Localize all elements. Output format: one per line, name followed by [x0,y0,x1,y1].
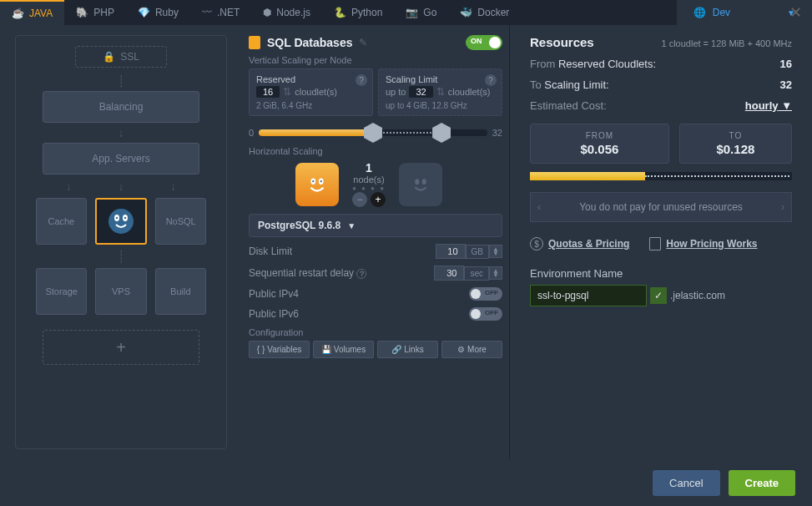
sql-node-selected[interactable] [95,198,148,245]
disk-limit-label: Disk Limit [249,245,436,257]
dollar-icon: $ [530,237,543,250]
cache-node[interactable]: Cache [36,198,87,245]
slider-min: 0 [249,128,254,138]
variables-button[interactable]: { } Variables [249,341,310,358]
edit-icon[interactable]: ✎ [359,37,367,48]
svg-point-8 [320,180,322,182]
ipv6-toggle[interactable]: OFF [469,307,502,321]
hscale-label: Horizontal Scaling [249,146,502,156]
decrease-nodes-button[interactable]: − [352,192,367,207]
env-name-label: Environment Name [530,267,792,280]
tab-net[interactable]: 〰 .NET [190,0,251,25]
restart-delay-input[interactable]: 30 [434,266,464,281]
slider-handle-limit[interactable] [432,123,451,143]
limit-box: ? Scaling Limit up to32⇅cloudlet(s) up t… [378,68,502,116]
language-tabs: ☕ JAVA 🐘 PHP 💎 Ruby 〰 .NET ⬢ Node.js 🐍 P… [0,0,812,25]
topology-panel: 🔒 SSL ┊ Balancing ↓ App. Servers ↓↓↓ Cac… [15,35,227,449]
create-button[interactable]: Create [729,470,795,496]
divider: ┊ [34,74,208,88]
ipv4-label: Public IPv4 [249,288,469,300]
storage-node[interactable]: Storage [36,268,87,315]
tab-java[interactable]: ☕ JAVA [0,0,64,25]
check-icon: ✓ [650,287,667,304]
pricing-works-link[interactable]: How Pricing Works [649,237,757,250]
tab-php[interactable]: 🐘 PHP [64,0,126,25]
config-label: Configuration [249,327,502,337]
to-cloudlets: 32 [780,78,792,91]
tab-python[interactable]: 🐍 Python [322,0,394,25]
vps-node[interactable]: VPS [95,268,146,315]
tab-go[interactable]: 📷 Go [394,0,448,25]
volumes-button[interactable]: 💾 Volumes [313,341,374,358]
svg-point-10 [422,179,426,185]
restart-delay-label: Sequential restart delay ? [249,267,434,279]
slider-handle-reserved[interactable] [364,123,382,143]
help-icon[interactable]: ? [485,74,497,86]
price-to-box: TO $0.128 [679,124,792,164]
divider: ┊ [34,250,208,263]
slider-max: 32 [492,128,502,138]
domain-suffix: .jelastic.com [670,290,725,301]
stepper[interactable]: ▲▼ [489,245,502,258]
reserved-box: ? Reserved 16⇅cloudlet(s) 2 GiB, 6.4 GHz [249,68,373,116]
arrow-down-icon: ↓ [66,180,72,193]
node-icon-inactive[interactable] [399,163,442,206]
close-icon[interactable]: ✕ [789,3,802,22]
ssl-button[interactable]: 🔒 SSL [75,46,167,68]
limit-value[interactable]: 32 [409,86,432,98]
app-servers-node[interactable]: App. Servers [43,143,199,175]
svg-point-3 [116,217,118,219]
section-title: SQL Databases [267,36,352,49]
tab-docker[interactable]: 🐳 Docker [448,0,521,25]
cloudlet-info: 1 cloudlet = 128 MiB + 400 MHz [661,38,792,48]
links-button[interactable]: 🔗 Links [377,341,438,358]
enable-toggle[interactable]: ON [466,35,502,50]
tab-ruby[interactable]: 💎 Ruby [126,0,190,25]
node-count: 1 [351,161,387,175]
prev-icon[interactable]: ‹ [537,201,541,213]
reserved-value[interactable]: 16 [256,86,280,98]
stepper[interactable]: ▲▼ [489,266,502,280]
next-icon[interactable]: › [781,201,784,213]
from-cloudlets: 16 [780,58,792,70]
node-icon-active[interactable] [295,163,339,206]
cancel-button[interactable]: Cancel [653,470,719,496]
ipv4-toggle[interactable]: OFF [469,287,502,301]
period-selector[interactable]: hourly ▼ [745,99,792,112]
svg-point-0 [108,209,134,234]
ipv6-label: Public IPv6 [249,308,469,320]
help-icon[interactable]: ? [356,74,367,86]
more-button[interactable]: ⚙ More [441,341,502,358]
build-node[interactable]: Build [155,268,206,315]
svg-point-4 [124,217,126,219]
arrow-down-icon: ↓ [34,126,208,139]
arrow-down-icon: ↓ [170,180,176,193]
info-banner: ‹ You do not pay for unused resources › [530,192,792,222]
svg-point-9 [415,179,419,185]
tab-nodejs[interactable]: ⬢ Node.js [251,0,322,25]
svg-point-7 [312,180,314,182]
database-icon [249,36,260,49]
quotas-link[interactable]: $Quotas & Pricing [530,237,629,250]
postgresql-icon [103,204,139,239]
cloudlet-slider[interactable] [259,129,487,136]
balancing-node[interactable]: Balancing [43,91,199,123]
nosql-node[interactable]: NoSQL [155,198,206,245]
env-name-input[interactable] [530,285,647,306]
vscale-label: Vertical Scaling per Node [249,55,502,65]
arrow-down-icon: ↓ [118,180,124,193]
cost-bar [530,172,792,180]
add-node-button[interactable]: + [43,330,199,365]
version-selector[interactable]: PostgreSQL 9.6.8 ▼ [249,214,502,237]
disk-limit-input[interactable]: 10 [436,244,466,259]
increase-nodes-button[interactable]: + [371,192,386,207]
document-icon [649,237,661,250]
resources-title: Resources [530,35,594,49]
price-from-box: FROM $0.056 [530,124,669,164]
